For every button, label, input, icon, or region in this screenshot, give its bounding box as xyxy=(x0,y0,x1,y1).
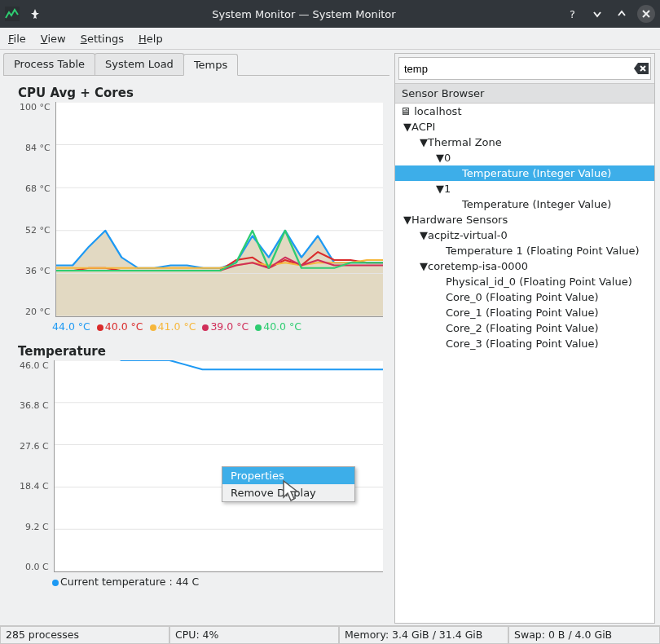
pin-icon[interactable] xyxy=(26,5,44,23)
tab-temps[interactable]: Temps xyxy=(183,54,238,76)
cpu-yaxis: 100 °C 84 °C 68 °C 52 °C 36 °C 20 °C xyxy=(20,102,55,317)
tab-system-load[interactable]: System Load xyxy=(95,53,184,75)
cpu-legend-item: 44.0 °C xyxy=(52,320,90,333)
tree-tz-1[interactable]: ▼1 xyxy=(395,181,654,196)
tab-bar: Process Table System Load Temps xyxy=(3,53,389,76)
tree-acpitz[interactable]: ▼acpitz-virtual-0 xyxy=(395,227,654,243)
app-icon xyxy=(5,7,20,21)
tree-tz-1-temp[interactable]: Temperature (Integer Value) xyxy=(395,196,654,212)
close-icon[interactable] xyxy=(637,5,655,23)
temperature-legend: Current temperature : 44 C xyxy=(52,576,389,588)
tree-hw-sensors[interactable]: ▼Hardware Sensors xyxy=(395,212,654,227)
menubar: File View Settings Help xyxy=(0,28,660,50)
cpu-legend-item: 40.0 °C xyxy=(97,320,143,333)
menu-file[interactable]: File xyxy=(8,33,26,45)
tree-core0[interactable]: Core_0 (Floating Point Value) xyxy=(395,289,654,305)
context-properties[interactable]: Properties xyxy=(222,467,354,484)
tree-acpi[interactable]: ▼ACPI xyxy=(395,119,654,135)
cpu-legend-item: 41.0 °C xyxy=(150,320,196,333)
tree-core2[interactable]: Core_2 (Floating Point Value) xyxy=(395,320,654,336)
tree-tz-0[interactable]: ▼0 xyxy=(395,150,654,165)
status-memory: Memory: 3.4 GiB / 31.4 GiB xyxy=(339,626,508,644)
tree-host[interactable]: 🖥 localhost xyxy=(395,104,654,119)
cpu-legend: 44.0 °C40.0 °C41.0 °C39.0 °C40.0 °C xyxy=(52,320,389,333)
context-menu: Properties Remove Display xyxy=(222,466,355,502)
sensor-browser-header: Sensor Browser xyxy=(395,83,654,104)
help-icon[interactable]: ? xyxy=(564,5,582,23)
cpu-chart[interactable] xyxy=(55,102,383,317)
temperature-legend-item: Current temperature : 44 C xyxy=(52,576,199,588)
menu-view[interactable]: View xyxy=(41,33,66,45)
tree-thermal-zone[interactable]: ▼Thermal Zone xyxy=(395,135,654,150)
temp-yaxis: 46.0 C 36.8 C 27.6 C 18.4 C 9.2 C 0.0 C xyxy=(20,360,54,572)
sensor-search-input[interactable] xyxy=(399,60,632,78)
temperature-section-title: Temperature xyxy=(18,344,389,359)
cpu-legend-item: 39.0 °C xyxy=(202,320,249,333)
minimize-icon[interactable] xyxy=(588,5,606,23)
status-cpu: CPU: 4% xyxy=(169,626,339,644)
sensor-search-box xyxy=(398,57,651,80)
window-titlebar: System Monitor — System Monitor ? xyxy=(0,0,660,28)
maximize-icon[interactable] xyxy=(613,5,631,23)
window-title: System Monitor — System Monitor xyxy=(51,8,557,20)
sensor-browser-panel: Sensor Browser 🖥 localhost ▼ACPI ▼Therma… xyxy=(394,53,655,624)
tree-tz-0-temp[interactable]: Temperature (Integer Value) xyxy=(395,165,654,181)
context-remove-display[interactable]: Remove Display xyxy=(222,484,354,501)
tree-core3[interactable]: Core_3 (Floating Point Value) xyxy=(395,336,654,351)
status-processes: 285 processes xyxy=(0,626,169,644)
tree-physical-id[interactable]: Physical_id_0 (Floating Point Value) xyxy=(395,274,654,289)
menu-help[interactable]: Help xyxy=(139,33,163,45)
status-swap: Swap: 0 B / 4.0 GiB xyxy=(508,626,660,644)
cpu-legend-item: 40.0 °C xyxy=(255,320,301,333)
svg-text:?: ? xyxy=(570,8,575,20)
sensor-tree[interactable]: 🖥 localhost ▼ACPI ▼Thermal Zone ▼0 Tempe… xyxy=(395,104,654,623)
tree-coretemp[interactable]: ▼coretemp-isa-0000 xyxy=(395,258,654,274)
tab-process-table[interactable]: Process Table xyxy=(3,53,95,75)
status-bar: 285 processes CPU: 4% Memory: 3.4 GiB / … xyxy=(0,625,660,644)
monitor-icon: 🖥 xyxy=(400,105,411,117)
clear-search-icon[interactable] xyxy=(632,60,650,77)
tree-acpitz-t1[interactable]: Temperature 1 (Floating Point Value) xyxy=(395,243,654,258)
tree-core1[interactable]: Core_1 (Floating Point Value) xyxy=(395,305,654,320)
cpu-section-title: CPU Avg + Cores xyxy=(18,86,389,100)
menu-settings[interactable]: Settings xyxy=(81,33,124,45)
